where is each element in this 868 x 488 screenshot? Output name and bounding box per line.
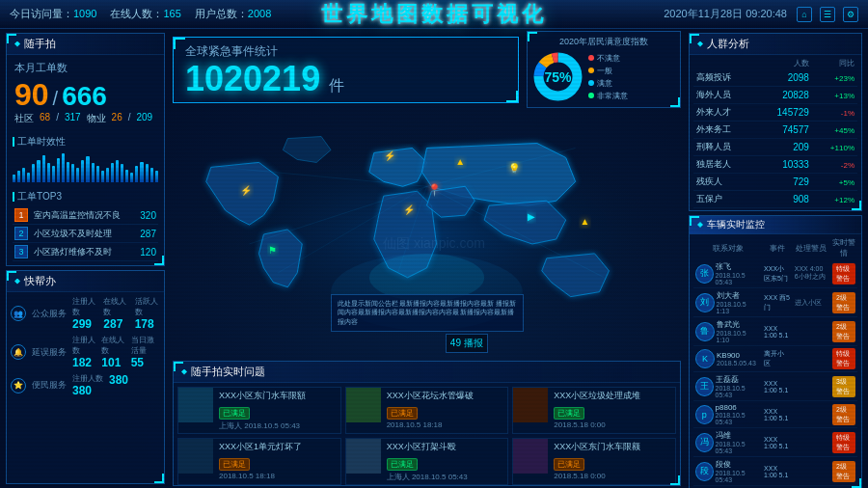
issue-tag: 已满足 [387,458,418,471]
legend-unsatisfied: 不满意 [588,53,676,64]
bar [111,163,114,182]
bar [71,164,74,182]
header-icon-group: ⌂ ☰ ⚙ [797,7,858,22]
bar [22,168,25,182]
table-row: 独居老人 10333 -2% [693,156,857,174]
issue-card: XXX小区1单元灯坏了 已满足 2018.10.5 18:18 [177,438,341,485]
legend-dot [588,68,594,73]
app-header: 今日访问量：1090 在线人数：165 用户总数：2008 世界地图数据可视化 … [0,0,868,29]
rank-badge: 2 [14,227,28,240]
bar [116,160,119,182]
efficiency-chart [13,151,158,182]
vehicle-table: 联系对象 事件 处理警员 实时警情 张 张飞 2018.10.5 05:43 X… [693,236,857,486]
title-dot-2 [14,279,20,285]
satisfaction-percent: 75% [544,69,571,85]
alert-badge: 2级警告 [832,321,855,342]
vehicle-title: 车辆实时监控 [690,216,861,234]
snapshot-num2: 666 [62,83,107,110]
snapshot-sep: / [53,88,59,110]
vehicle-avatar: 王 [695,377,714,396]
vehicle-panel: 车辆实时监控 联系对象 事件 处理警员 实时警情 张 [689,215,862,488]
delay-service-icon: 🔔 [11,344,26,360]
table-row: 段 段俊 2018.10.5 05:43 XXX 1:00 5.1 2级警告 [693,457,857,486]
alert-badge: 3级警告 [832,376,855,397]
issue-title: XXX小区花坛水管爆破 [387,390,506,402]
bar [76,168,79,182]
stat-online: 在线人数：165 [110,7,180,21]
snapshot-sub: 社区 68 / 317 物业 26 / 209 [14,112,156,125]
issue-meta: 2018.10.5 18:18 [219,472,339,480]
issue-title: XXX小区垃圾处理成堆 [554,390,673,402]
emergency-label: 全球紧急事件统计 [185,43,506,60]
legend-general: 一般 [588,66,676,76]
bar [13,175,15,182]
bar [32,164,35,182]
table-row: 张 张飞 2018.10.5 05:43 XXX小区东5门 XXX 4:00 6… [693,259,857,288]
alert-badge: 特级警告 [832,432,855,453]
bar [86,156,89,182]
legend-dot [588,93,594,98]
emergency-number-row: 1020219 件 [185,62,506,96]
quick-row-3: ⭐ 便民服务 注册人数 380 380 [11,373,160,397]
vehicle-avatar: K [695,349,715,368]
month-label: 本月工单数 [14,61,156,75]
bar [37,160,40,182]
issue-content: XXX小区东门水车限額 已满足 上海人 2018.10.5 05:43 [217,388,340,433]
satisfaction-legend: 不满意 一般 满意 非常满意 [588,53,676,101]
population-content: 人数 同比 高频投诉 2098 +23% 海外人员 20828 +13% 外来人… [690,55,861,210]
bar [96,166,99,182]
bar [27,173,30,182]
title-dot [14,41,20,47]
issue-title: XXX小区打架斗殴 [387,441,506,453]
issue-card: XXX小区打架斗殴 已满足 上海人 2018.10.5 05:43 [345,438,509,485]
table-row: 刘 刘大者 2018.10.5 1:13 XXX 西5门 进入小区 2级警告 [693,288,857,317]
svg-text:📍: 📍 [427,182,442,197]
issue-thumb [178,439,213,474]
satisfaction-content: 75% 不满意 一般 满意 [531,50,676,103]
vehicle-avatar: 冯 [695,433,714,452]
issue-tag: 已满足 [387,407,418,420]
alert-badge: 特级警告 [832,348,855,369]
table-row: 王 王磊磊 2018.10.5 05:43 XXX 1:00 5.1 3级警告 [693,372,857,401]
bar [106,168,109,182]
shirt-icon[interactable]: ☰ [820,7,835,22]
map-counter: 49 播报 [446,334,488,353]
map-news-overlay: 此处显示新闻公告栏 最新播报内容最新播报内容最新 播报新闻内容最新播报内容最新播… [331,294,524,332]
bar [47,163,50,182]
issue-thumb [178,388,213,422]
emergency-num: 1020219 [185,59,320,98]
issues-panel: 随手拍实时问题 XXX小区东门水车限額 已满足 上海人 2018.10.5 05… [173,361,681,486]
issue-thumb [513,388,548,422]
issue-content: XXX小区花坛水管爆破 已满足 2018.10.5 18:18 [385,388,508,433]
issue-meta: 2018.5.18 0:00 [554,472,673,480]
gear-icon[interactable]: ⚙ [843,7,858,22]
home-icon[interactable]: ⌂ [797,7,812,22]
bar [17,171,20,182]
bar [140,162,143,182]
issue-card: XXX小区东门水车限額 已满足 上海人 2018.10.5 05:43 [177,387,341,434]
bar [146,164,149,182]
issue-meta: 2018.10.5 18:18 [387,420,506,429]
vehicle-avatar: 段 [695,462,714,481]
title-dot-issues [181,369,187,375]
alert-badge: 2级警告 [832,461,855,482]
table-row: p p8806 2018.10.5 05:43 XXX 1:00 5.1 2级警… [693,401,857,428]
rank-badge: 3 [14,245,28,258]
stat-visits: 今日访问量：1090 [10,7,96,21]
quick-row-2: 🔔 延误服务 注册人数 182 在线人数 101 [11,335,160,369]
issue-tag: 已满足 [554,407,584,420]
bar [135,166,138,182]
legend-satisfied: 满意 [588,78,676,89]
svg-text:▶: ▶ [528,211,535,222]
population-table: 人数 同比 高频投诉 2098 +23% 海外人员 20828 +13% 外来人… [693,57,857,208]
snapshot-content: 本月工单数 90 / 666 社区 68 / 317 物业 26 / 209 [7,55,164,131]
issue-content: XXX小区1单元灯坏了 已满足 2018.10.5 18:18 [217,439,340,484]
header-right: 2020年11月28日 09:20:48 ⌂ ☰ ⚙ [664,7,858,22]
table-row: 冯 冯维 2018.10.5 05:43 XXX 1:00 5.1 特级警告 [693,428,857,457]
emergency-unit: 件 [329,77,344,94]
svg-text:▲: ▲ [581,216,590,227]
svg-text:💡: 💡 [508,162,521,175]
satisfaction-title: 2020年居民满意度指数 [531,36,676,48]
table-row: 高频投诉 2098 +23% [693,69,857,87]
issue-title: XXX小区东门水车限額 [219,390,339,402]
